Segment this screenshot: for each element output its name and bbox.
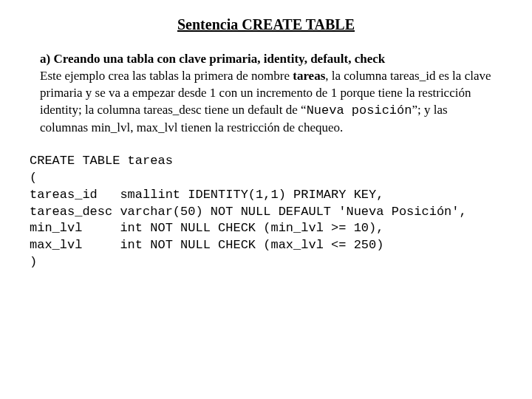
para-bold-tareas: tareas xyxy=(293,69,325,83)
sql-code-block: CREATE TABLE tareas ( tareas_id smallint… xyxy=(30,153,502,272)
page-title: Sentencia CREATE TABLE xyxy=(30,16,502,33)
para-text-1: Este ejemplo crea las tablas la primera … xyxy=(40,69,293,83)
section-heading: a) Creando una tabla con clave primaria,… xyxy=(40,52,385,66)
document-page: Sentencia CREATE TABLE a) Creando una ta… xyxy=(0,0,532,286)
para-code-inline: Nueva posición xyxy=(307,103,412,117)
intro-paragraph: a) Creando una tabla con clave primaria,… xyxy=(40,51,495,137)
